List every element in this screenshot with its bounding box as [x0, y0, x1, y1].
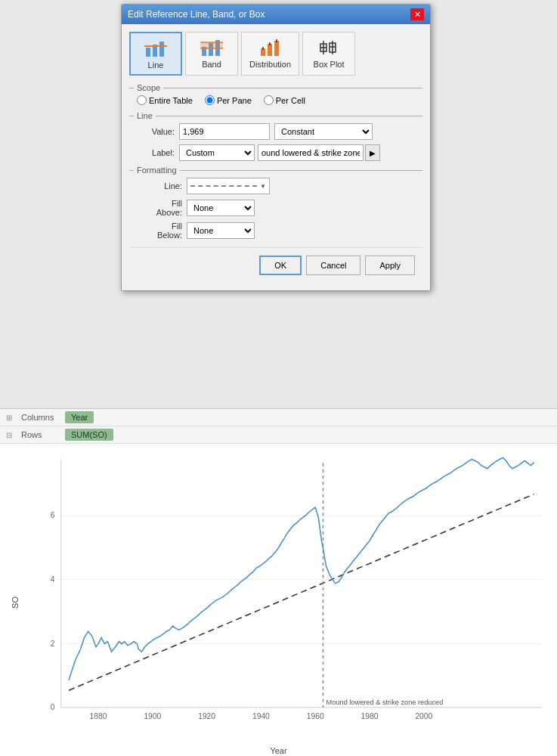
rows-shelf: ⊟ Rows SUM(SO): [0, 426, 557, 444]
fill-above-label: Fill Above:: [144, 199, 182, 217]
scope-section-label: Scope: [129, 83, 422, 92]
svg-text:1960: 1960: [307, 712, 324, 720]
value-type-select[interactable]: Constant Average Median Sum Minimum Maxi…: [274, 123, 373, 140]
scope-row: Entire Table Per Pane Per Cell: [129, 95, 422, 105]
scope-per-pane-radio[interactable]: [205, 95, 215, 105]
chart-area: ⊞ Columns Year ⊟ Rows SUM(SO) SO Year 0 …: [0, 408, 557, 756]
rows-pill[interactable]: SUM(SO): [65, 429, 113, 441]
line-section: Value: Constant Average Median Sum Minim…: [129, 123, 422, 161]
columns-pill[interactable]: Year: [65, 411, 94, 423]
fill-below-select[interactable]: None Gray Blue Red Green: [187, 222, 255, 239]
svg-text:1940: 1940: [252, 712, 270, 720]
columns-shelf: ⊞ Columns Year: [0, 409, 557, 426]
line-style-arrow-icon: ▼: [260, 183, 266, 190]
tab-boxplot[interactable]: Box Plot: [302, 32, 355, 76]
rows-icon: ⊟: [6, 431, 15, 439]
type-tabs: Line Band: [129, 32, 422, 76]
tab-distribution-label: Distribution: [249, 60, 291, 69]
tab-line-label: Line: [148, 60, 164, 70]
svg-text:0: 0: [51, 703, 55, 711]
svg-rect-7: [200, 42, 223, 48]
scope-entire-table-label: Entire Table: [149, 96, 193, 105]
svg-text:1980: 1980: [361, 712, 379, 720]
svg-rect-12: [274, 41, 279, 56]
label-label: Label:: [137, 148, 175, 157]
y-axis-label: SO: [11, 596, 20, 609]
value-input[interactable]: [179, 123, 270, 140]
band-icon: [200, 37, 224, 58]
tab-boxplot-label: Box Plot: [314, 60, 345, 69]
scope-per-cell-label: Per Cell: [276, 96, 305, 105]
boxplot-icon: [317, 37, 341, 58]
tab-distribution[interactable]: Distribution: [241, 32, 299, 76]
tab-band-label: Band: [202, 60, 221, 69]
dashed-line-preview: [190, 185, 257, 187]
dialog-buttons: OK Cancel Apply: [129, 247, 422, 283]
svg-rect-11: [268, 44, 272, 56]
columns-label: Columns: [21, 413, 59, 422]
chart-svg: 0 2 4 6 1880 1900 1920 1940 1960 1980 20…: [38, 451, 549, 739]
value-row: Value: Constant Average Median Sum Minim…: [129, 123, 422, 140]
label-row: Label: Custom None Value Computation ▶: [129, 144, 422, 161]
apply-button[interactable]: Apply: [365, 256, 415, 275]
svg-rect-0: [146, 48, 150, 57]
cancel-button[interactable]: Cancel: [306, 256, 361, 275]
scope-per-cell[interactable]: Per Cell: [264, 95, 305, 105]
fill-below-label: Fill Below:: [144, 222, 182, 240]
value-label: Value:: [137, 127, 175, 136]
svg-rect-2: [159, 42, 164, 57]
fill-above-row: Fill Above: None Gray Blue Red Green: [137, 199, 422, 217]
line-icon: [144, 38, 168, 59]
formatting-inner: Line: ▼ Fill Above: None Gray Blue Red: [129, 178, 422, 240]
distribution-icon: [258, 37, 283, 58]
svg-line-39: [69, 494, 534, 691]
label-text-input[interactable]: [258, 144, 364, 161]
formatting-line-label: Line:: [144, 181, 182, 191]
fill-below-row: Fill Below: None Gray Blue Red Green: [137, 222, 422, 240]
svg-text:1920: 1920: [198, 712, 215, 720]
scope-per-pane-label: Per Pane: [217, 96, 252, 105]
edit-reference-dialog: Edit Reference Line, Band, or Box ✕ Line: [121, 4, 431, 291]
svg-text:Mound lowered & strike zone re: Mound lowered & strike zone reduced: [326, 699, 444, 706]
dialog-backdrop: Edit Reference Line, Band, or Box ✕ Line: [0, 0, 557, 408]
svg-text:2000: 2000: [415, 712, 432, 720]
x-axis-label: Year: [270, 746, 286, 755]
dialog-title: Edit Reference Line, Band, or Box: [128, 9, 265, 20]
close-button[interactable]: ✕: [410, 8, 424, 20]
formatting-section-label: Formatting: [129, 166, 422, 175]
ok-button[interactable]: OK: [259, 256, 302, 275]
formatting-section: Formatting Line: ▼ Fill Above: None: [129, 166, 422, 240]
line-section-label: Line: [129, 111, 422, 120]
svg-text:4: 4: [51, 575, 55, 584]
scope-per-pane[interactable]: Per Pane: [205, 95, 252, 105]
line-style-row: Line: ▼: [137, 178, 422, 194]
label-arrow-button[interactable]: ▶: [365, 144, 380, 161]
dialog-titlebar: Edit Reference Line, Band, or Box ✕: [122, 5, 430, 24]
label-type-select[interactable]: Custom None Value Computation: [179, 144, 255, 161]
svg-text:1880: 1880: [90, 712, 107, 720]
dialog-body: Line Band: [122, 24, 430, 290]
svg-text:6: 6: [51, 511, 55, 519]
scope-entire-table-radio[interactable]: [137, 95, 147, 105]
scope-per-cell-radio[interactable]: [264, 95, 274, 105]
fill-above-select[interactable]: None Gray Blue Red Green: [187, 200, 255, 216]
chart-container: SO Year 0 2 4 6 1880 1900 1920 1940 1960…: [0, 444, 557, 756]
tab-line[interactable]: Line: [129, 32, 182, 76]
tab-band[interactable]: Band: [185, 32, 238, 76]
columns-icon: ⊞: [6, 414, 15, 422]
line-style-button[interactable]: ▼: [187, 178, 270, 194]
scope-entire-table[interactable]: Entire Table: [137, 95, 193, 105]
svg-text:1900: 1900: [144, 712, 161, 720]
rows-label: Rows: [21, 430, 59, 439]
svg-text:2: 2: [51, 640, 55, 648]
